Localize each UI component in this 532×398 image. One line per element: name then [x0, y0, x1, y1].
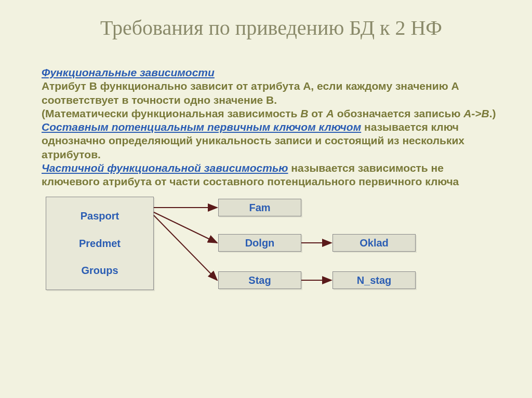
heading-composite-key: Составным потенциальным первичным ключом…: [42, 121, 361, 133]
para-1b: Математически функциональная зависимость: [45, 107, 300, 119]
box-fam: Fam: [218, 199, 301, 216]
box-oklad: Oklad: [332, 234, 416, 252]
em-expr: А->В: [463, 107, 489, 119]
attr-pasport: Pasport: [81, 210, 119, 222]
paren-open: (: [42, 107, 45, 119]
slide-title: Требования по приведению БД к 2 НФ: [42, 16, 501, 40]
para-1b-ot: от: [308, 107, 326, 119]
slide: Требования по приведению БД к 2 НФ Функц…: [0, 0, 532, 398]
box-n_stag: N_stag: [332, 271, 416, 289]
paren-close: .): [489, 107, 496, 119]
body-text: Функциональные зависимости Атрибут В фун…: [42, 66, 501, 188]
box-dolgn: Dolgn: [218, 234, 301, 252]
box-stag: Stag: [218, 271, 301, 289]
diagram: Pasport Predmet Groups Fam Dolgn Oklad S…: [42, 194, 501, 297]
em-A: А: [326, 107, 334, 119]
heading-partial-dep: Частичной функциональной зависимостью: [42, 162, 288, 174]
heading-functional-deps: Функциональные зависимости: [42, 66, 215, 78]
attr-predmet: Predmet: [79, 238, 121, 250]
attr-groups: Groups: [81, 265, 118, 277]
para-1b-tail: обозначается записью: [334, 107, 463, 119]
composite-key-box: Pasport Predmet Groups: [46, 197, 154, 290]
svg-line-1: [154, 212, 217, 243]
em-B: В: [300, 107, 308, 119]
para-1a: Атрибут В функционально зависит от атриб…: [42, 80, 459, 105]
svg-line-2: [154, 215, 217, 280]
